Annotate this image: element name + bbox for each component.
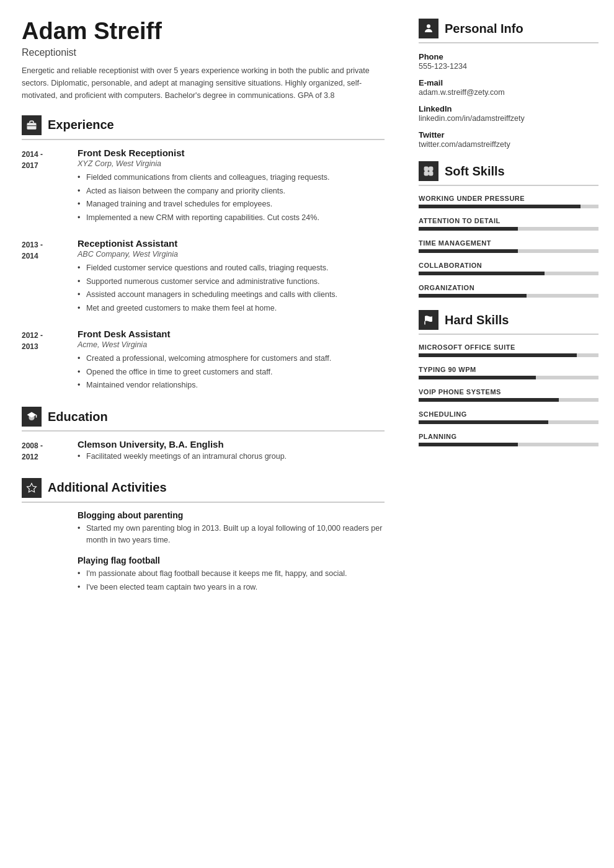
twitter-label: Twitter <box>419 130 598 140</box>
email-value: adam.w.streiff@zety.com <box>419 88 598 97</box>
soft-skills-list: WORKING UNDER PRESSURE ATTENTION TO DETA… <box>419 195 598 298</box>
personal-info-icon <box>419 19 438 38</box>
personal-info-section-header: Personal Info <box>419 19 598 43</box>
hard-skill-bar-fill-3 <box>419 420 548 424</box>
experience-date-2: 2012 -2013 <box>22 329 68 393</box>
resume-container: Adam Streiff Receptionist Energetic and … <box>0 0 614 868</box>
bullet: Fielded communications from clients and … <box>78 172 385 184</box>
svg-marker-4 <box>27 483 37 492</box>
experience-section-header: Experience <box>22 115 385 140</box>
phone-value: 555-123-1234 <box>419 62 598 71</box>
bullet: Acted as liaison between the company and… <box>78 185 385 197</box>
experience-title-1: Receptionist Assistant <box>78 238 385 249</box>
left-column: Adam Streiff Receptionist Energetic and … <box>0 0 403 868</box>
hard-skill-name-2: VOIP PHONE SYSTEMS <box>419 388 598 396</box>
education-bullets-0: Facilitated weekly meetings of an intram… <box>78 451 385 463</box>
bullet: Started my own parenting blog in 2013. B… <box>78 523 385 546</box>
right-column: Personal Info Phone 555-123-1234 E-mail … <box>403 0 614 868</box>
hard-skill-4: PLANNING <box>419 433 598 446</box>
education-content-0: Clemson University, B.A. English Facilit… <box>78 439 385 464</box>
bullet: I've been elected team captain two years… <box>78 582 385 593</box>
education-list: 2008 -2012 Clemson University, B.A. Engl… <box>22 439 385 464</box>
linkedin-value: linkedin.com/in/adamstreiffzety <box>419 114 598 123</box>
hard-skill-2: VOIP PHONE SYSTEMS <box>419 388 598 402</box>
personal-info-heading: Personal Info <box>445 22 523 36</box>
hard-skill-name-0: MICROSOFT OFFICE SUITE <box>419 343 598 351</box>
hard-skill-bar-fill-2 <box>419 398 559 402</box>
soft-skill-bar-fill-0 <box>419 205 581 208</box>
soft-skills-heading: Soft Skills <box>445 164 505 179</box>
experience-date-0: 2014 -2017 <box>22 148 68 226</box>
soft-skill-1: ATTENTION TO DETAIL <box>419 217 598 231</box>
soft-skills-section-header: Soft Skills <box>419 161 598 186</box>
bullet: Implemented a new CRM with reporting cap… <box>78 212 385 224</box>
soft-skill-4: ORGANIZATION <box>419 284 598 298</box>
personal-info-linkedin: LinkedIn linkedin.com/in/adamstreiffzety <box>419 104 598 123</box>
education-heading: Education <box>48 410 108 424</box>
hard-skill-name-4: PLANNING <box>419 433 598 440</box>
header: Adam Streiff Receptionist Energetic and … <box>22 19 385 102</box>
experience-title-2: Front Desk Assistant <box>78 329 385 339</box>
email-label: E-mail <box>419 78 598 87</box>
bullet: Facilitated weekly meetings of an intram… <box>78 451 385 463</box>
hard-skills-list: MICROSOFT OFFICE SUITE TYPING 90 WPM VOI… <box>419 343 598 446</box>
experience-content-1: Receptionist Assistant ABC Company, West… <box>78 238 385 316</box>
bullet: Met and greeted customers to make them f… <box>78 303 385 314</box>
linkedin-label: LinkedIn <box>419 104 598 113</box>
hard-skill-bar-fill-4 <box>419 443 518 446</box>
experience-entry-2: 2012 -2013 Front Desk Assistant Acme, We… <box>22 329 385 393</box>
soft-skill-bar-fill-2 <box>419 249 518 253</box>
personal-info-twitter: Twitter twitter.com/adamstreiffzety <box>419 130 598 149</box>
activity-bullets-1: I'm passionate about flag football becau… <box>78 568 385 593</box>
soft-skill-bar-bg-2 <box>419 249 598 253</box>
hard-skill-bar-bg-0 <box>419 353 598 357</box>
experience-content-2: Front Desk Assistant Acme, West Virginia… <box>78 329 385 393</box>
experience-bullets-2: Created a professional, welcoming atmosp… <box>78 353 385 391</box>
experience-title-0: Front Desk Receptionist <box>78 148 385 158</box>
activities-section-header: Additional Activities <box>22 478 385 503</box>
candidate-title: Receptionist <box>22 47 385 58</box>
personal-info-list: Phone 555-123-1234 E-mail adam.w.streiff… <box>419 52 598 149</box>
soft-skill-bar-fill-4 <box>419 294 527 298</box>
soft-skill-3: COLLABORATION <box>419 262 598 275</box>
experience-list: 2014 -2017 Front Desk Receptionist XYZ C… <box>22 148 385 393</box>
activities-heading: Additional Activities <box>48 480 167 495</box>
experience-icon <box>22 115 42 135</box>
soft-skill-name-4: ORGANIZATION <box>419 284 598 291</box>
experience-entry-1: 2013 -2014 Receptionist Assistant ABC Co… <box>22 238 385 316</box>
bullet: Managed training and travel schedules fo… <box>78 198 385 210</box>
experience-date-1: 2013 -2014 <box>22 238 68 316</box>
hard-skill-name-1: TYPING 90 WPM <box>419 366 598 373</box>
hard-skill-name-3: SCHEDULING <box>419 410 598 418</box>
education-entry-0: 2008 -2012 Clemson University, B.A. Engl… <box>22 439 385 464</box>
experience-bullets-1: Fielded customer service questions and r… <box>78 262 385 314</box>
candidate-name: Adam Streiff <box>22 19 385 45</box>
personal-info-email: E-mail adam.w.streiff@zety.com <box>419 78 598 97</box>
activity-0: Blogging about parenting Started my own … <box>22 510 385 546</box>
experience-content-0: Front Desk Receptionist XYZ Corp, West V… <box>78 148 385 226</box>
bullet: I'm passionate about flag football becau… <box>78 568 385 580</box>
soft-skill-name-0: WORKING UNDER PRESSURE <box>419 195 598 202</box>
education-section-header: Education <box>22 407 385 432</box>
svg-rect-0 <box>27 123 37 130</box>
soft-skill-2: TIME MANAGEMENT <box>419 239 598 253</box>
bullet: Assisted account managers in scheduling … <box>78 289 385 301</box>
hard-skill-bar-bg-3 <box>419 420 598 424</box>
activity-title-1: Playing flag football <box>78 556 385 565</box>
hard-skill-3: SCHEDULING <box>419 410 598 424</box>
phone-label: Phone <box>419 52 598 61</box>
soft-skills-icon <box>419 161 438 181</box>
bullet: Created a professional, welcoming atmosp… <box>78 353 385 365</box>
education-icon <box>22 407 42 427</box>
activities-icon <box>22 478 42 498</box>
bullet: Maintained vendor relationships. <box>78 379 385 391</box>
experience-bullets-0: Fielded communications from clients and … <box>78 172 385 224</box>
experience-company-2: Acme, West Virginia <box>78 340 385 349</box>
hard-skill-bar-fill-1 <box>419 376 536 379</box>
personal-info-phone: Phone 555-123-1234 <box>419 52 598 71</box>
bullet: Fielded customer service questions and r… <box>78 262 385 274</box>
svg-point-5 <box>427 24 430 28</box>
experience-company-1: ABC Company, West Virginia <box>78 250 385 259</box>
soft-skill-bar-fill-1 <box>419 227 518 231</box>
education-date-0: 2008 -2012 <box>22 439 68 464</box>
